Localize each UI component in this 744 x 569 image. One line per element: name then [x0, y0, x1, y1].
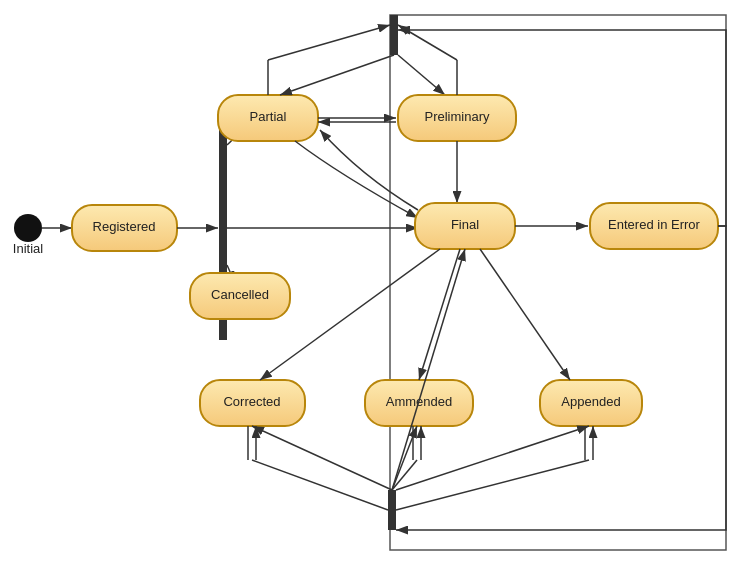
initial-label: Initial	[13, 241, 43, 256]
top-join-bar	[390, 15, 398, 55]
label-cancelled: Cancelled	[211, 287, 269, 302]
bottom-join-bar	[388, 490, 396, 530]
label-preliminary: Preliminary	[424, 109, 490, 124]
label-partial: Partial	[250, 109, 287, 124]
label-corrected: Corrected	[223, 394, 280, 409]
background	[0, 0, 744, 569]
state-diagram: Initial Registered Partial Preliminary F…	[0, 0, 744, 569]
label-registered: Registered	[93, 219, 156, 234]
label-appended: Appended	[561, 394, 620, 409]
initial-state	[14, 214, 42, 242]
label-entered-in-error: Entered in Error	[608, 217, 700, 232]
label-final: Final	[451, 217, 479, 232]
